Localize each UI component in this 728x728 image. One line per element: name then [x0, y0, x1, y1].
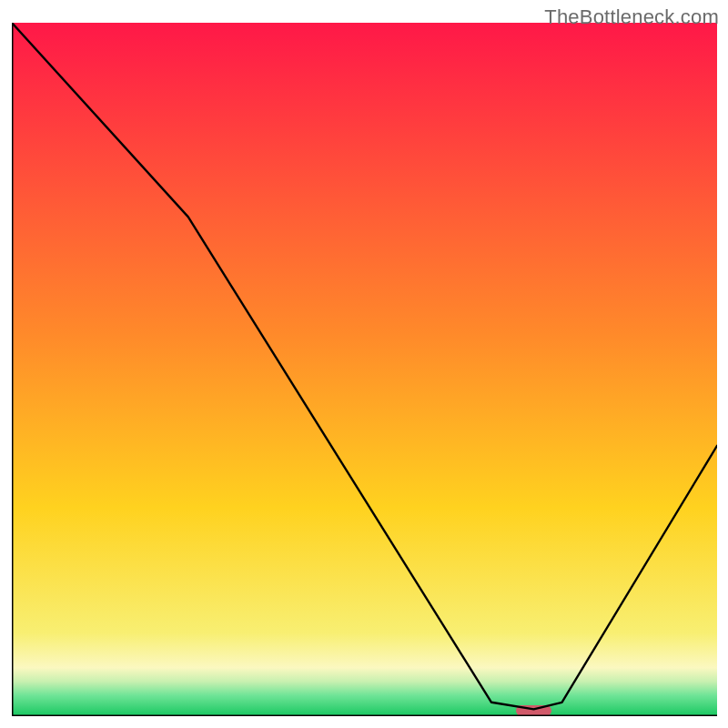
curve-path — [12, 23, 717, 709]
plot-area — [12, 23, 717, 716]
bottleneck-curve — [12, 23, 717, 716]
watermark-text: TheBottleneck.com — [544, 5, 719, 29]
bottleneck-chart: TheBottleneck.com — [0, 0, 728, 728]
